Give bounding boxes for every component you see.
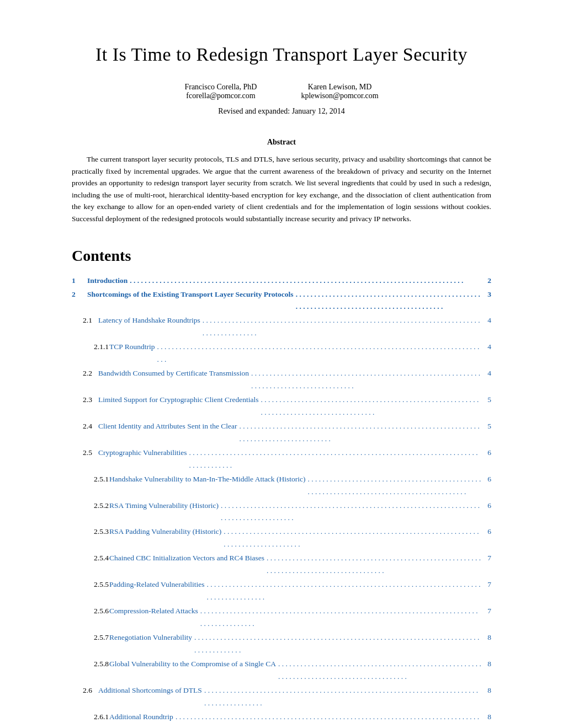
toc-link[interactable]: Additional Shortcomings of DTLS8 [98, 684, 491, 710]
toc-link[interactable]: TCP Roundtrip4 [109, 341, 491, 366]
toc-dots [200, 605, 481, 630]
toc-dots [204, 684, 481, 710]
toc-number: 2.1.1 [72, 341, 109, 354]
toc-page: 7 [484, 579, 491, 591]
toc-link[interactable]: RSA Timing Vulnerability (Historic)6 [109, 500, 491, 525]
toc-number: 1 [72, 275, 87, 287]
toc-label: Chained CBC Initialization Vectors and R… [109, 552, 264, 565]
contents-section: Contents 1Introduction22Shortcomings of … [72, 247, 491, 728]
toc-link[interactable]: Global Vulnerability to the Compromise o… [109, 658, 491, 683]
toc-label: Limited Support for Cryptographic Client… [98, 394, 259, 406]
toc-page: 6 [484, 526, 491, 538]
toc-number: 2.5.1 [72, 473, 109, 486]
toc-dots [261, 394, 481, 419]
toc-label: RSA Padding Vulnerability (Historic) [109, 526, 221, 538]
toc-label: Handshake Vulnerability to Man-In-The-Mi… [109, 473, 305, 486]
toc-page: 5 [484, 394, 491, 406]
toc-page: 8 [484, 658, 491, 671]
toc-link[interactable]: Bandwidth Consumed by Certificate Transm… [98, 367, 491, 393]
revised-date: Revised and expanded: January 12, 2014 [72, 107, 491, 116]
abstract-title: Abstract [72, 138, 491, 147]
toc-label: Client Identity and Attributes Sent in t… [98, 420, 237, 433]
toc-label: Bandwidth Consumed by Certificate Transm… [98, 367, 249, 380]
author-1-name: Francisco Corella, PhD [184, 83, 257, 92]
toc-entry: 2.6Additional Shortcomings of DTLS8 [72, 684, 491, 710]
toc-page: 4 [484, 341, 491, 354]
toc-label: Padding-Related Vulnerabilities [109, 579, 205, 591]
toc-number: 2.5.6 [72, 605, 109, 618]
toc-page: 4 [484, 367, 491, 380]
toc-link[interactable]: Padding-Related Vulnerabilities7 [109, 579, 491, 604]
toc-entry: 2Shortcomings of the Existing Transport … [72, 288, 491, 314]
toc-dots [267, 552, 481, 577]
toc-label: Latency of Handshake Roundtrips [98, 314, 200, 327]
toc-link[interactable]: RSA Padding Vulnerability (Historic)6 [109, 526, 491, 551]
toc-number: 2.5.2 [72, 500, 109, 512]
toc-label: Renegotiation Vulnerability [109, 631, 192, 644]
toc-number: 2.2 [72, 367, 98, 380]
toc-link[interactable]: Chained CBC Initialization Vectors and R… [109, 552, 491, 577]
toc-dots [224, 526, 481, 551]
toc-link[interactable]: Shortcomings of the Existing Transport L… [87, 288, 491, 314]
toc-number: 2.5.7 [72, 631, 109, 644]
toc-link[interactable]: Cryptographic Vulnerabilities6 [98, 447, 491, 472]
authors-block: Francisco Corella, PhD fcorella@pomcor.c… [72, 83, 491, 100]
toc-entry: 2.5.2RSA Timing Vulnerability (Historic)… [72, 500, 491, 525]
toc-dots [221, 500, 481, 525]
toc-dots [157, 341, 481, 366]
toc-number: 2 [72, 288, 87, 301]
toc-link[interactable]: Introduction2 [87, 275, 491, 287]
toc-label: Cryptographic Vulnerabilities [98, 447, 187, 459]
toc-page: 3 [484, 288, 491, 301]
toc-dots [189, 447, 481, 472]
toc-label: TCP Roundtrip [109, 341, 155, 354]
toc-label: Shortcomings of the Existing Transport L… [87, 288, 294, 301]
toc-dots [307, 473, 481, 499]
toc-number: 2.5.8 [72, 658, 109, 671]
toc-entry: 2.5.3RSA Padding Vulnerability (Historic… [72, 526, 491, 551]
toc-link[interactable]: Additional Roundtrip8 [109, 711, 491, 729]
toc-link[interactable]: Renegotiation Vulnerability8 [109, 631, 491, 657]
toc-number: 2.6 [72, 684, 98, 697]
toc-entry: 2.6.1Additional Roundtrip8 [72, 711, 491, 729]
toc-page: 7 [484, 552, 491, 565]
toc-label: Global Vulnerability to the Compromise o… [109, 658, 276, 671]
toc-number: 2.5.5 [72, 579, 109, 591]
toc: 1Introduction22Shortcomings of the Exist… [72, 275, 491, 728]
toc-dots [296, 288, 481, 314]
toc-page: 6 [484, 500, 491, 512]
toc-dots [207, 579, 481, 604]
toc-page: 8 [484, 684, 491, 697]
author-2: Karen Lewison, MD kplewison@pomcor.com [301, 83, 378, 100]
toc-page: 2 [484, 275, 491, 287]
abstract-text: The current transport layer security pro… [72, 153, 491, 225]
toc-label: RSA Timing Vulnerability (Historic) [109, 500, 219, 512]
toc-link[interactable]: Limited Support for Cryptographic Client… [98, 394, 491, 419]
toc-entry: 2.5.8Global Vulnerability to the Comprom… [72, 658, 491, 683]
toc-page: 8 [484, 711, 491, 724]
toc-entry: 2.1.1TCP Roundtrip4 [72, 341, 491, 366]
toc-dots [203, 314, 481, 340]
toc-number: 2.5 [72, 447, 98, 459]
toc-page: 7 [484, 605, 491, 618]
author-2-name: Karen Lewison, MD [301, 83, 378, 92]
contents-heading: Contents [72, 247, 491, 265]
toc-link[interactable]: Compression-Related Attacks7 [109, 605, 491, 630]
toc-number: 2.5.4 [72, 552, 109, 565]
toc-number: 2.5.3 [72, 526, 109, 538]
toc-link[interactable]: Client Identity and Attributes Sent in t… [98, 420, 491, 446]
toc-link[interactable]: Handshake Vulnerability to Man-In-The-Mi… [109, 473, 491, 499]
toc-page: 6 [484, 447, 491, 459]
toc-link[interactable]: Latency of Handshake Roundtrips4 [98, 314, 491, 340]
toc-dots [194, 631, 481, 657]
toc-number: 2.4 [72, 420, 98, 433]
toc-entry: 1Introduction2 [72, 275, 491, 287]
author-1: Francisco Corella, PhD fcorella@pomcor.c… [184, 83, 257, 100]
toc-number: 2.3 [72, 394, 98, 406]
toc-number: 2.1 [72, 314, 98, 327]
author-1-email: fcorella@pomcor.com [184, 92, 257, 100]
toc-label: Additional Shortcomings of DTLS [98, 684, 202, 697]
toc-label: Compression-Related Attacks [109, 605, 198, 618]
toc-dots [278, 658, 481, 683]
toc-page: 6 [484, 473, 491, 486]
